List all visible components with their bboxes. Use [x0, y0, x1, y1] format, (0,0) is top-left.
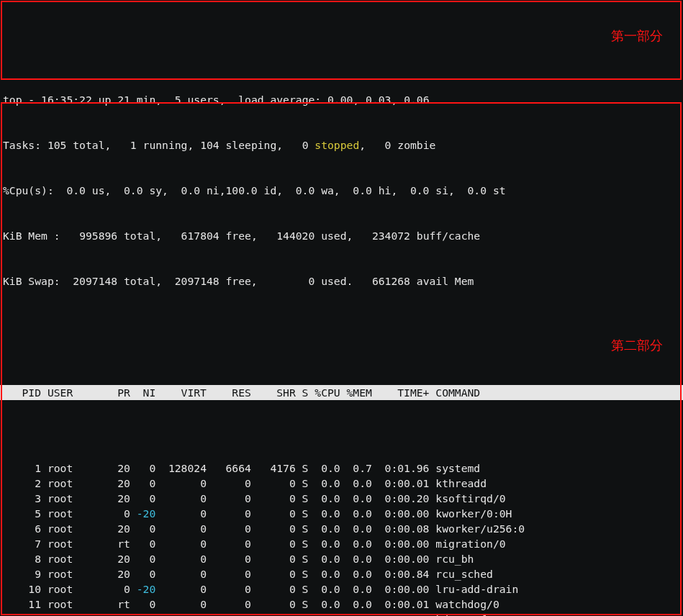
top-terminal[interactable]: top - 16:35:22 up 21 min, 5 users, load …: [0, 0, 683, 616]
table-row[interactable]: 2 root 20 0 0 0 0 S 0.0 0.0 0:00.01 kthr…: [3, 476, 683, 491]
top-summary-block: top - 16:35:22 up 21 min, 5 users, load …: [0, 60, 683, 320]
annotation-label-1: 第一部分: [611, 29, 663, 44]
table-row[interactable]: 13 root 20 0 0 0 0 S 0.0 0.0 0:00.00 kde…: [3, 612, 683, 616]
table-row[interactable]: 6 root 20 0 0 0 0 S 0.0 0.0 0:00.08 kwor…: [3, 521, 683, 536]
process-table-body: 1 root 20 0 128024 6664 4176 S 0.0 0.7 0…: [0, 461, 683, 616]
table-row[interactable]: 8 root 20 0 0 0 0 S 0.0 0.0 0:00.00 rcu_…: [3, 551, 683, 566]
summary-line-cpu: %Cpu(s): 0.0 us, 0.0 sy, 0.0 ni,100.0 id…: [3, 183, 682, 198]
table-row[interactable]: 1 root 20 0 128024 6664 4176 S 0.0 0.7 0…: [3, 461, 683, 476]
summary-line-swap: KiB Swap: 2097148 total, 2097148 free, 0…: [3, 273, 682, 289]
table-row[interactable]: 7 root rt 0 0 0 0 S 0.0 0.0 0:00.00 migr…: [3, 536, 683, 551]
table-row[interactable]: 9 root 20 0 0 0 0 S 0.0 0.0 0:00.84 rcu_…: [3, 566, 683, 581]
summary-line-tasks: Tasks: 105 total, 1 running, 104 sleepin…: [3, 137, 682, 153]
summary-line-uptime: top - 16:35:22 up 21 min, 5 users, load …: [3, 92, 682, 107]
table-row[interactable]: 3 root 20 0 0 0 0 S 0.0 0.0 0:00.20 ksof…: [3, 491, 683, 506]
table-row[interactable]: 10 root 0 -20 0 0 0 S 0.0 0.0 0:00.00 lr…: [3, 581, 683, 597]
process-table-header: PID USER PR NI VIRT RES SHR S %CPU %MEM …: [0, 385, 683, 400]
table-row[interactable]: 11 root rt 0 0 0 0 S 0.0 0.0 0:00.01 wat…: [3, 597, 683, 612]
table-row[interactable]: 5 root 0 -20 0 0 0 S 0.0 0.0 0:00.00 kwo…: [3, 506, 683, 521]
summary-line-mem: KiB Mem : 995896 total, 617804 free, 144…: [3, 228, 682, 243]
annotation-label-2: 第二部分: [611, 338, 663, 353]
